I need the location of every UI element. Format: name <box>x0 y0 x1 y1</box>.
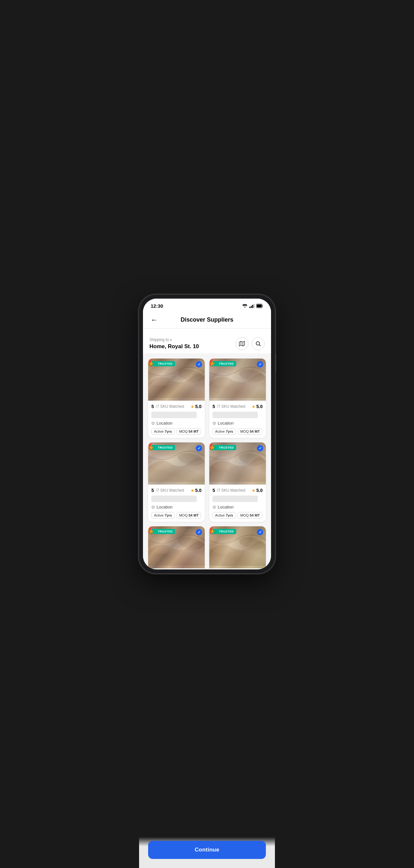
location-row: ⊙ Location <box>212 421 263 426</box>
app-content: ← Discover Suppliers Shipping to ▾ Home,… <box>143 311 271 569</box>
status-icons <box>242 304 263 308</box>
verified-check: ✓ <box>257 445 263 452</box>
tags-row: Active 7yrs MOQ 54 MT <box>151 512 202 519</box>
svg-point-22 <box>238 535 265 551</box>
supplier-card[interactable]: TRUSTED ✓ 5 /7 SKU Matched ★ 5.0 ⊙ Locat… <box>209 442 266 522</box>
sku-number: 5 <box>151 404 154 409</box>
tags-row: Active 7yrs MOQ 54 MT <box>212 512 263 519</box>
svg-point-15 <box>150 452 181 472</box>
rating-number: 5.0 <box>256 488 263 493</box>
card-body: 5 /7 SKU Matched ★ 5.0 ⊙ Location Active… <box>209 401 266 438</box>
moq-tag: MOQ 54 MT <box>177 428 202 435</box>
card-image-wrap: TRUSTED ✓ <box>148 359 205 401</box>
location-row: ⊙ Location <box>151 421 202 426</box>
shipping-actions <box>236 337 265 350</box>
shipping-address: Home, Royal St. 10 <box>149 343 199 350</box>
location-text: Location <box>218 505 234 509</box>
nav-row: ← Discover Suppliers <box>149 316 265 323</box>
svg-marker-6 <box>239 341 245 346</box>
card-image-wrap: TRUSTED ✓ <box>148 442 205 485</box>
card-body: 5 /7 SKU Matched ★ 5.0 ⊙ Location Active… <box>148 568 205 569</box>
location-text: Location <box>157 421 172 426</box>
supplier-card[interactable]: TRUSTED ✓ 5 /7 SKU Matched ★ 5.0 ⊙ Locat… <box>209 526 266 569</box>
sku-row: 5 /7 SKU Matched ★ 5.0 <box>151 404 202 409</box>
svg-point-13 <box>211 368 242 389</box>
active-tag: Active 7yrs <box>151 512 175 519</box>
svg-point-21 <box>211 535 242 556</box>
map-icon <box>239 341 245 346</box>
location-pin-icon: ⊙ <box>212 505 216 509</box>
svg-point-14 <box>238 368 265 383</box>
sku-text: /7 SKU Matched <box>156 404 184 409</box>
svg-rect-3 <box>254 304 255 308</box>
sku-text: /7 SKU Matched <box>156 488 184 493</box>
sku-row: 5 /7 SKU Matched ★ 5.0 <box>151 488 202 493</box>
sku-row: 5 /7 SKU Matched ★ 5.0 <box>212 404 263 409</box>
rating: ★ 5.0 <box>191 488 202 493</box>
svg-point-12 <box>177 368 204 383</box>
rating-number: 5.0 <box>195 404 202 409</box>
svg-point-17 <box>211 452 242 472</box>
svg-point-20 <box>177 535 204 551</box>
location-row: ⊙ Location <box>151 505 202 509</box>
svg-point-19 <box>150 535 181 556</box>
trusted-badge: TRUSTED <box>212 445 236 450</box>
rating: ★ 5.0 <box>252 404 263 409</box>
star-icon: ★ <box>252 404 255 409</box>
supplier-name-placeholder <box>212 412 258 418</box>
supplier-name-placeholder <box>151 496 197 502</box>
tags-row: Active 7yrs MOQ 54 MT <box>212 428 263 435</box>
star-icon: ★ <box>252 488 255 493</box>
location-pin-icon: ⊙ <box>212 421 216 426</box>
search-button[interactable] <box>252 337 265 350</box>
svg-point-18 <box>238 452 265 467</box>
shipping-label: Shipping to ▾ <box>149 338 199 342</box>
location-row: ⊙ Location <box>212 505 263 509</box>
rating-number: 5.0 <box>195 488 202 493</box>
card-image-wrap: TRUSTED ✓ <box>209 442 266 485</box>
trusted-badge: TRUSTED <box>151 445 175 450</box>
verified-check: ✓ <box>196 529 202 535</box>
rating-number: 5.0 <box>256 404 263 409</box>
location-pin-icon: ⊙ <box>151 505 155 509</box>
supplier-card[interactable]: TRUSTED ✓ 5 /7 SKU Matched ★ 5.0 ⊙ Locat… <box>148 359 205 438</box>
supplier-name-placeholder <box>212 496 258 502</box>
svg-line-10 <box>259 345 261 346</box>
verified-check: ✓ <box>196 445 202 452</box>
search-icon <box>255 341 261 346</box>
card-body: 5 /7 SKU Matched ★ 5.0 ⊙ Location Active… <box>148 485 205 522</box>
supplier-card[interactable]: TRUSTED ✓ 5 /7 SKU Matched ★ 5.0 ⊙ Locat… <box>148 442 205 522</box>
map-button[interactable] <box>236 337 248 350</box>
shipping-row: Shipping to ▾ Home, Royal St. 10 <box>143 333 271 353</box>
svg-rect-5 <box>257 305 262 307</box>
svg-rect-1 <box>251 306 252 308</box>
supplier-name-placeholder <box>151 412 197 418</box>
svg-rect-0 <box>249 307 250 308</box>
location-text: Location <box>157 505 172 509</box>
side-button <box>275 353 276 372</box>
card-body: 5 /7 SKU Matched ★ 5.0 ⊙ Location Active… <box>209 485 266 522</box>
star-icon: ★ <box>191 404 195 409</box>
moq-tag: MOQ 54 MT <box>177 512 202 519</box>
moq-tag: MOQ 54 MT <box>238 428 263 435</box>
svg-point-11 <box>150 368 181 389</box>
sku-number: 5 <box>212 404 215 409</box>
supplier-card[interactable]: TRUSTED ✓ 5 /7 SKU Matched ★ 5.0 ⊙ Locat… <box>209 359 266 438</box>
back-button[interactable]: ← <box>149 314 159 326</box>
moq-tag: MOQ 54 MT <box>238 512 263 519</box>
svg-rect-2 <box>252 305 253 308</box>
sku-text: /7 SKU Matched <box>217 404 245 409</box>
card-image-wrap: TRUSTED ✓ <box>148 526 205 568</box>
phone-frame: 12:30 <box>139 295 275 573</box>
location-text: Location <box>218 421 234 426</box>
card-body: 5 /7 SKU Matched ★ 5.0 ⊙ Location Active… <box>148 401 205 438</box>
supplier-card[interactable]: TRUSTED ✓ 5 /7 SKU Matched ★ 5.0 ⊙ Locat… <box>148 526 205 569</box>
signal-icon <box>249 304 254 308</box>
trusted-badge: TRUSTED <box>151 529 175 534</box>
active-tag: Active 7yrs <box>151 428 175 435</box>
card-image-wrap: TRUSTED ✓ <box>209 359 266 401</box>
svg-point-16 <box>177 452 204 467</box>
status-time: 12:30 <box>151 303 163 309</box>
suppliers-grid: TRUSTED ✓ 5 /7 SKU Matched ★ 5.0 ⊙ Locat… <box>143 353 271 569</box>
top-bar: ← Discover Suppliers <box>143 311 271 333</box>
